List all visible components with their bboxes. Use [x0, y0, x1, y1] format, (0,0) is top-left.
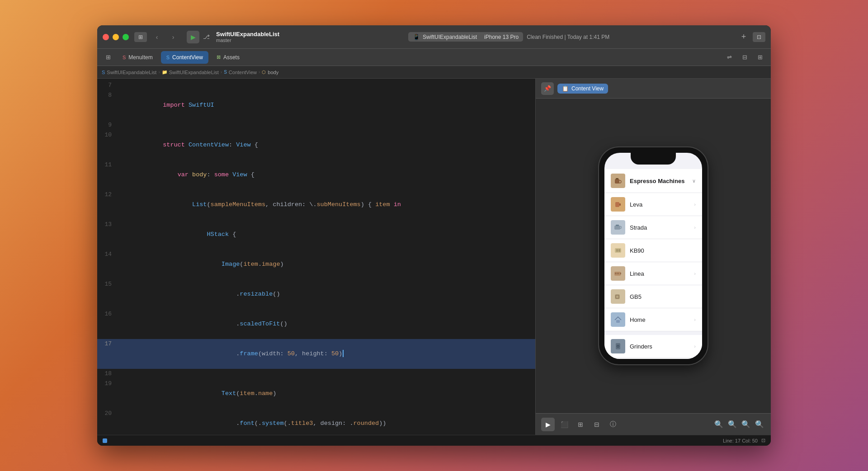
stop-preview-button[interactable]: ⬛ — [557, 418, 571, 431]
line-content-20: .font(.system(.title3, design: .rounded)… — [119, 409, 535, 435]
live-preview-button[interactable]: ▶ — [541, 418, 555, 431]
line-num-14: 14 — [97, 250, 119, 259]
list-item-other-equipment[interactable]: Other Equipment › — [604, 358, 702, 359]
pin-preview-icon: ⊟ — [594, 421, 599, 428]
list-item-grinders[interactable]: Grinders › — [604, 335, 702, 358]
breadcrumb-proj2[interactable]: 📁 SwiftUIExpandableList — [162, 70, 219, 75]
breadcrumb-sep3: › — [259, 70, 260, 75]
breadcrumb-symbol-label: body — [268, 70, 278, 75]
line-num-11: 11 — [97, 160, 119, 170]
encoding-indicator: ⊡ — [761, 438, 765, 443]
title-bar: ⊞ ‹ › ▶ ⎇ SwiftUIExpandableList master 📱… — [97, 25, 771, 49]
nav-back-button[interactable]: ‹ — [151, 32, 163, 42]
navigator-button[interactable]: ⊞ — [754, 52, 766, 63]
espresso-icon — [611, 174, 625, 188]
pin-preview-button[interactable]: ⊟ — [590, 418, 604, 431]
preview-toolbar-left: ▶ ⬛ ⊞ ⊟ ⓘ — [541, 418, 620, 431]
tab-contentview[interactable]: S ContentView — [161, 51, 208, 64]
run-button[interactable]: ▶ — [187, 31, 199, 43]
line-num-13: 13 — [97, 220, 119, 230]
zoom-reset-button[interactable]: 🔍 — [754, 419, 765, 430]
grinders-name: Grinders — [630, 343, 694, 350]
breadcrumb-file[interactable]: S ContentView — [224, 70, 257, 75]
zoom-in-icon: 🔍 — [728, 420, 737, 429]
list-item-espresso-header[interactable]: Espresso Machines ∨ — [604, 169, 702, 193]
line-num-12: 12 — [97, 190, 119, 200]
sidebar-toggle-button[interactable]: ⊞ — [134, 32, 147, 42]
stop-preview-icon: ⬛ — [561, 421, 568, 428]
zoom-fit-button[interactable]: 🔍 — [740, 419, 752, 430]
svg-rect-3 — [615, 202, 619, 207]
list-item-kb90[interactable]: KB90 — [604, 239, 702, 262]
inspector-button[interactable]: ⊟ — [738, 52, 751, 63]
content-view-label[interactable]: 📋 Content View — [557, 84, 608, 94]
code-editor[interactable]: 7 8 import SwiftUI 9 10 — [97, 79, 535, 435]
kb90-icon — [611, 243, 625, 258]
code-line-19: 19 Text(item.name) — [97, 379, 535, 409]
toolbar: ⊞ S MenuItem S ContentView ⊠ Assets ⇌ ⊟ … — [97, 49, 771, 66]
strada-icon — [611, 220, 625, 235]
minimize-button[interactable] — [113, 34, 119, 40]
zoom-out-button[interactable]: 🔍 — [713, 419, 725, 430]
zoom-in-button[interactable]: 🔍 — [726, 419, 738, 430]
inspect-preview-button[interactable]: ⓘ — [606, 418, 620, 431]
grid-preview-icon: ⊞ — [578, 421, 583, 428]
gb5-name: GB5 — [630, 293, 696, 300]
leva-chevron-icon: › — [694, 202, 696, 207]
grinders-icon — [611, 339, 625, 353]
line-num-15: 15 — [97, 279, 119, 289]
breadcrumb-proj2-label: SwiftUIExpandableList — [169, 70, 219, 75]
close-button[interactable] — [103, 34, 109, 40]
linea-chevron-icon: › — [694, 271, 696, 276]
symbol-icon: ⬡ — [262, 70, 266, 75]
assets-file-icon: ⊠ — [217, 54, 221, 60]
leva-icon — [611, 197, 625, 212]
breadcrumb: S SwiftUIExpandableList › 📁 SwiftUIExpan… — [97, 66, 771, 79]
list-item-home[interactable]: Home › — [604, 308, 702, 331]
code-area[interactable]: 7 8 import SwiftUI 9 10 — [97, 79, 535, 435]
add-file-button[interactable]: + — [738, 32, 749, 42]
code-line-11: 11 var body: some View { — [97, 160, 535, 190]
menuitem-file-icon: S — [123, 55, 126, 60]
run-icon: ▶ — [191, 33, 196, 41]
list-item-linea[interactable]: Linea › — [604, 262, 702, 285]
list-item-strada[interactable]: Strada › — [604, 216, 702, 239]
line-content-11: var body: some View { — [119, 160, 535, 190]
espresso-header-title: Espresso Machines — [630, 178, 684, 184]
gb5-icon — [611, 289, 625, 304]
code-line-16: 16 .scaledToFit() — [97, 309, 535, 339]
tab-menuitem[interactable]: S MenuItem — [117, 51, 158, 64]
pin-button[interactable]: 📌 — [541, 82, 554, 95]
code-line-18: 18 — [97, 369, 535, 379]
content-view-label-text: Content View — [571, 85, 604, 92]
line-content-16: .scaledToFit() — [119, 309, 535, 339]
grid-view-button[interactable]: ⊞ — [102, 52, 114, 63]
tab-assets[interactable]: ⊠ Assets — [211, 51, 245, 64]
svg-rect-1 — [616, 178, 618, 179]
svg-rect-6 — [616, 225, 619, 226]
code-line-20: 20 .font(.system(.title3, design: .round… — [97, 409, 535, 435]
breadcrumb-sep1: › — [158, 70, 160, 75]
phone-notch — [631, 153, 676, 165]
line-content-13: HStack { — [119, 220, 535, 250]
nav-forward-button[interactable]: › — [167, 32, 179, 42]
line-content-19: Text(item.name) — [119, 379, 535, 409]
content-view-icon: 📋 — [562, 85, 569, 92]
svg-point-13 — [617, 273, 619, 274]
list-item-leva[interactable]: Leva › — [604, 193, 702, 216]
zoom-reset-icon: 🔍 — [755, 420, 764, 429]
breadcrumb-symbol[interactable]: ⬡ body — [262, 70, 278, 75]
device-selector[interactable]: 📱 SwiftUIExpandableList › iPhone 13 Pro — [408, 32, 523, 42]
xcode-window: ⊞ ‹ › ▶ ⎇ SwiftUIExpandableList master 📱… — [97, 25, 771, 446]
line-num-20: 20 — [97, 409, 119, 419]
proj2-icon: 📁 — [162, 70, 167, 75]
split-editor-button[interactable]: ⊡ — [753, 32, 765, 42]
list-item-gb5[interactable]: GB5 — [604, 285, 702, 308]
maximize-button[interactable] — [123, 34, 129, 40]
grinders-chevron-icon: › — [694, 344, 696, 349]
grid-preview-button[interactable]: ⊞ — [574, 418, 587, 431]
breadcrumb-proj1[interactable]: S SwiftUIExpandableList — [102, 70, 156, 75]
code-line-15: 15 .resizable() — [97, 279, 535, 309]
espresso-chevron-down-icon: ∨ — [692, 178, 696, 184]
split-view-button[interactable]: ⇌ — [723, 52, 736, 63]
